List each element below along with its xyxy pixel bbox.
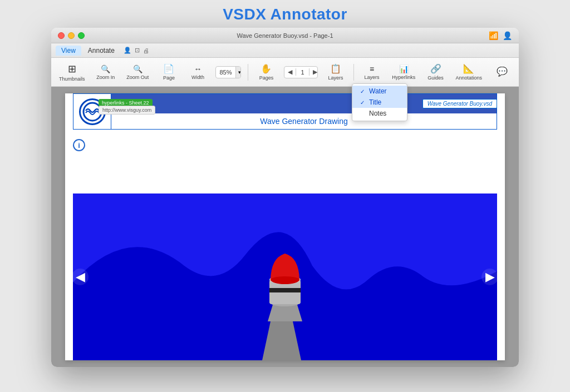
thumbnails-icon: ⊞ [68,63,76,75]
page-nav: ◀ 1 ▶ [284,66,318,78]
annotations-icon: 💬 [497,66,508,77]
tab-icon-layers: ⊡ [135,47,140,54]
pages-icon: 📋 [330,63,341,74]
guides-icon: 📐 [463,63,474,74]
pages-button[interactable]: 📋 Layers [325,62,347,82]
hyperlinks-icon: 🔗 [430,63,441,74]
toolbar: ⊞ Thumbnails 🔍 Zoom In 🔍 Zoom Out 📄 Page… [51,58,519,87]
maximize-button[interactable] [78,32,85,39]
traffic-lights [58,32,85,39]
info-icon[interactable]: i [73,139,85,151]
width-button[interactable]: ↔ Width [186,63,209,81]
title-checkmark: ✓ [360,100,366,106]
zoom-control[interactable]: 85% ▾ [215,66,241,78]
main-window: Wave Generator Buoy.vsd - Page-1 📶 👤 Vie… [51,28,519,367]
layers-icon: ≡ [370,64,374,73]
nav-arrow-right[interactable]: ▶ [481,269,497,285]
tab-view[interactable]: View [56,46,81,56]
zoom-value: 85% [216,69,235,76]
window-title: Wave Generator Buoy.vsd - Page-1 [237,32,333,39]
app-wrapper: VSDX Annotator Wave Generator Buoy.vsd -… [0,0,570,392]
svg-rect-6 [269,288,301,292]
page-next-button[interactable]: ▶ [309,68,318,76]
zoom-out-icon: 🔍 [133,64,142,73]
document-canvas: hyperlinks - Sheet.22 http://www.visguy.… [65,93,505,360]
title-bar: Wave Generator Buoy.vsd - Page-1 📶 👤 [51,28,519,43]
wifi-icon: 📶 [489,31,498,40]
tab-icon-print: 🖨 [143,47,149,54]
shape-data-button[interactable]: 📊 Hyperlinks [390,63,417,81]
thumbnails-button[interactable]: ⊞ Thumbnails [57,62,87,83]
toolbar-sep-1 [248,64,248,81]
page-icon: 📄 [163,63,174,74]
zoom-in-button[interactable]: 🔍 Zoom In [94,63,117,81]
wave-illustration-svg [73,193,497,360]
close-button[interactable] [58,32,65,39]
page-number: 1 [296,69,308,76]
app-title: VSDX Annotator [223,6,347,23]
hyperlinks-button[interactable]: 🔗 Guides [425,62,447,82]
canvas-area: hyperlinks - Sheet.22 http://www.visguy.… [51,87,519,367]
layer-water-item[interactable]: ✓ Water [352,86,407,97]
drawing-title: Wave Generator Drawing [111,113,497,129]
toolbar-sep-2 [353,64,354,81]
title-bar-controls: 📶 👤 [489,31,512,40]
water-checkmark: ✓ [360,88,366,95]
page-button[interactable]: 📄 Page [158,62,180,82]
zoom-dropdown-arrow[interactable]: ▾ [235,67,242,78]
svg-point-8 [271,276,299,283]
width-icon: ↔ [194,64,202,73]
layer-title-item[interactable]: ✓ Title [352,97,407,108]
tab-icon-person: 👤 [124,47,131,54]
file-label: Wave Generator Buoy.vsd [422,99,497,108]
user-icon: 👤 [503,31,512,40]
shape-data-icon: 📊 [399,64,409,73]
tab-annotate[interactable]: Annotate [82,46,120,56]
layer-notes-item[interactable]: Notes [352,108,407,119]
url-tooltip: http://www.visguy.com [99,106,155,115]
hand-scroll-icon: ✋ [261,63,272,74]
layers-dropdown: ✓ Water ✓ Title Notes [352,83,407,121]
hand-scroll-button[interactable]: ✋ Pages [255,62,277,82]
main-illustration: ◀ ▶ [73,193,497,360]
annotations-button[interactable]: 💬 [491,65,513,79]
page-prev-button[interactable]: ◀ [284,68,296,76]
guides-button[interactable]: 📐 Annotations [454,62,485,82]
tab-bar: View Annotate 👤 ⊡ 🖨 [51,43,519,58]
layers-button[interactable]: ≡ Layers [361,63,383,81]
zoom-out-button[interactable]: 🔍 Zoom Out [124,63,151,81]
zoom-in-icon: 🔍 [101,64,110,73]
minimize-button[interactable] [68,32,75,39]
